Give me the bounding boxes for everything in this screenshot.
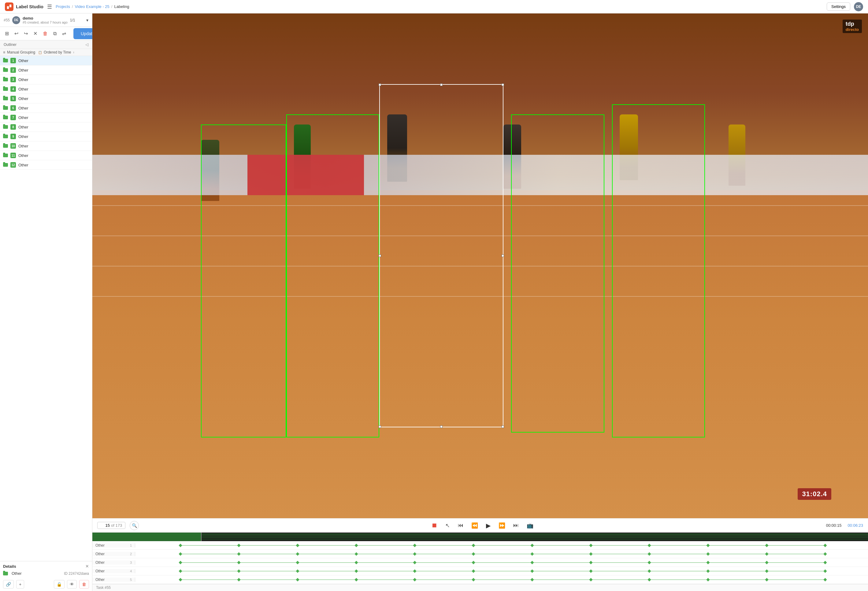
link-button[interactable]: 🔗 — [3, 580, 14, 588]
grouping-bar: ≡ Manual Grouping 📋 Ordered by Time ↑ — [0, 49, 92, 56]
item-num-3: 3 — [10, 77, 16, 82]
folder-icon-11 — [3, 154, 8, 157]
settings-adjust-button[interactable]: ⇌ — [61, 30, 67, 38]
bbox-handle-br[interactable] — [502, 426, 504, 428]
keyframe-3-12[interactable] — [824, 561, 827, 564]
track-content-2[interactable] — [135, 550, 868, 558]
outliner-item-11[interactable]: 11 Other — [0, 151, 92, 160]
outliner-item-3[interactable]: 3 Other — [0, 75, 92, 84]
item-num-4: 4 — [10, 86, 16, 92]
add-button[interactable]: + — [16, 580, 24, 588]
track-content-4[interactable] — [135, 567, 868, 575]
copy-button[interactable]: ⧉ — [52, 30, 58, 38]
detail-folder-icon — [3, 572, 8, 575]
zoom-button[interactable]: 🔍 — [130, 521, 139, 530]
outliner-title-bar: Outliner ◁ — [0, 40, 92, 49]
track-label-4: Other 4 — [92, 569, 135, 573]
bbox-handle-bc[interactable] — [440, 426, 443, 428]
nav-down-button[interactable]: ▾ — [86, 18, 89, 23]
app-title: Label Studio — [16, 4, 43, 9]
fast-forward-button[interactable]: ⏩ — [497, 521, 507, 530]
outliner-item-4[interactable]: 4 Other — [0, 84, 92, 94]
directo-text: directo — [846, 27, 859, 32]
stop-button[interactable]: ⏹ — [430, 521, 439, 530]
folder-icon-12 — [3, 163, 8, 167]
skip-first-button[interactable]: ⏮ — [456, 521, 465, 530]
outliner-item-12[interactable]: 12 Other — [0, 160, 92, 170]
item-label-6: Other — [18, 106, 28, 111]
bbox-handle-tl[interactable] — [379, 84, 381, 86]
ordered-by-label: Ordered by Time — [44, 50, 71, 55]
item-label-3: Other — [18, 77, 28, 82]
outliner-collapse-button[interactable]: ◁ — [85, 42, 89, 47]
bbox-2[interactable] — [286, 114, 379, 437]
outliner-item-6[interactable]: 6 Other — [0, 103, 92, 113]
close-button[interactable]: ✕ — [32, 30, 38, 38]
lock-button[interactable]: 🔒 — [54, 580, 65, 588]
timeline-scroll[interactable] — [92, 533, 868, 541]
outliner-item-7[interactable]: 7 Other — [0, 113, 92, 123]
undo-button[interactable]: ↩ — [13, 30, 19, 38]
outliner-item-8[interactable]: 8 Other — [0, 123, 92, 132]
breadcrumb: Projects / Video Example - 25 / Labeling — [56, 4, 129, 9]
frame-input[interactable]: 15 — [100, 523, 110, 527]
breadcrumb-projects[interactable]: Projects — [56, 4, 70, 9]
play-button[interactable]: ▶ — [484, 521, 492, 530]
breadcrumb-labeling: Labeling — [114, 4, 129, 9]
outliner-item-1[interactable]: 1 Other — [0, 56, 92, 65]
skip-last-button[interactable]: ⏭ — [511, 521, 521, 530]
item-label-12: Other — [18, 163, 28, 167]
details-title: Details — [3, 564, 16, 569]
outliner-item-9[interactable]: 9 Other — [0, 132, 92, 141]
item-label-9: Other — [18, 134, 28, 139]
time-current: 00:00:15 — [826, 523, 842, 527]
rewind-button[interactable]: ⏪ — [469, 521, 480, 530]
bbox-5[interactable] — [612, 104, 705, 437]
track-num-5: 5 — [130, 578, 132, 582]
track-name-2: Other — [95, 552, 105, 556]
arrow-tool-button[interactable]: ↖ — [443, 521, 452, 530]
track-num-2: 2 — [130, 552, 132, 556]
item-label-4: Other — [18, 87, 28, 92]
breadcrumb-video-example[interactable]: Video Example - 25 — [75, 4, 109, 9]
keyframe-4-12[interactable] — [824, 569, 827, 573]
bbox-handle-tr[interactable] — [502, 84, 504, 86]
details-close-button[interactable]: ✕ — [85, 564, 89, 569]
folder-icon-5 — [3, 97, 8, 100]
keyframe-1-12[interactable] — [824, 544, 827, 547]
sidebar-header: #55 DE demo #5 created, about 7 hours ag… — [0, 13, 92, 27]
track-content-5[interactable] — [135, 575, 868, 584]
svg-rect-1 — [9, 4, 11, 7]
track-name-1: Other — [95, 543, 105, 548]
outliner-item-10[interactable]: 10 Other — [0, 141, 92, 151]
delete-button[interactable]: 🗑 — [41, 30, 49, 38]
bbox-1[interactable] — [201, 124, 286, 437]
keyframe-2-12[interactable] — [824, 552, 827, 556]
outliner-title: Outliner — [4, 43, 16, 47]
bbox-handle-mr[interactable] — [502, 254, 504, 257]
outliner-item-2[interactable]: 2 Other — [0, 65, 92, 75]
folder-icon-2 — [3, 68, 8, 72]
grid-view-button[interactable]: ⊞ — [4, 30, 10, 38]
redo-button[interactable]: ↪ — [23, 30, 29, 38]
track-content-3[interactable] — [135, 558, 868, 566]
delete-detail-button[interactable]: 🗑 — [79, 580, 89, 588]
bbox-handle-tc[interactable] — [440, 84, 443, 86]
keyframe-5-12[interactable] — [824, 578, 827, 581]
grouping-label: Manual Grouping — [7, 50, 35, 55]
bbox-handle-bl[interactable] — [379, 426, 381, 428]
outliner-item-5[interactable]: 5 Other — [0, 94, 92, 103]
track-content-1[interactable] — [135, 541, 868, 550]
user-avatar: DE — [854, 2, 863, 11]
eye-button[interactable]: 👁 — [67, 580, 77, 588]
video-container: tdp directo 31:02.4 — [92, 13, 868, 518]
item-num-12: 12 — [10, 162, 16, 168]
bbox-4[interactable] — [511, 114, 604, 433]
bbox-3[interactable] — [379, 84, 503, 427]
screen-button[interactable]: 📺 — [525, 521, 535, 530]
settings-button[interactable]: Settings — [827, 3, 850, 11]
detail-id: ID 224742daea — [64, 572, 89, 576]
bbox-handle-ml[interactable] — [379, 254, 381, 257]
track-name-4: Other — [95, 569, 105, 573]
hamburger-button[interactable]: ☰ — [47, 3, 52, 10]
